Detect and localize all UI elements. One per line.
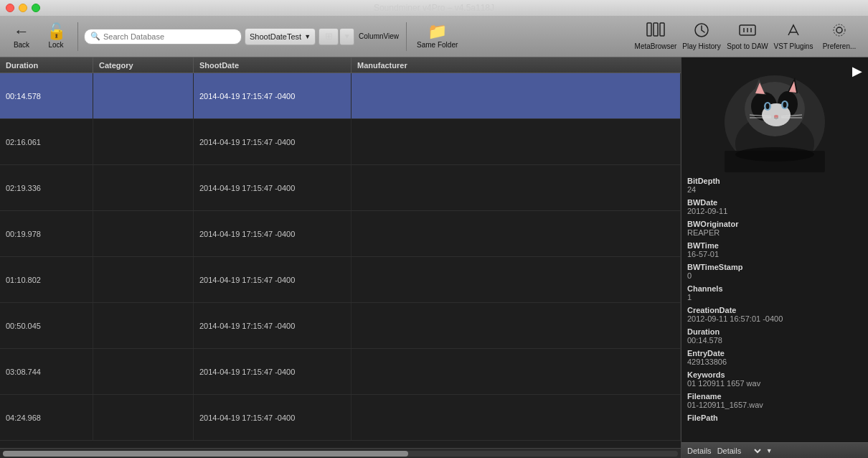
meta-value: 01-120911_1657.wav bbox=[687, 401, 862, 409]
table-cell bbox=[352, 211, 681, 256]
table-cell: 03:08.744 bbox=[0, 349, 93, 394]
table-row[interactable]: 02:16.0612014-04-19 17:15:47 -0400 bbox=[0, 119, 681, 165]
table-area: Duration Category ShootDate Manufacturer… bbox=[0, 57, 681, 458]
playhistory-label: Play History bbox=[682, 42, 720, 50]
spottodaw-icon bbox=[738, 22, 757, 41]
svg-point-9 bbox=[836, 27, 842, 33]
lock-label: Lock bbox=[48, 41, 63, 49]
table-cell bbox=[93, 119, 194, 164]
table-body[interactable]: 00:14.5782014-04-19 17:15:47 -040002:16.… bbox=[0, 73, 681, 448]
details-select[interactable]: Details Summary Full bbox=[714, 446, 763, 456]
meta-key: EntryDate bbox=[687, 349, 862, 357]
search-input-wrap[interactable]: 🔍 bbox=[84, 29, 242, 45]
meta-key: FilePath bbox=[687, 413, 862, 422]
col-header-shootdate[interactable]: ShootDate bbox=[194, 57, 352, 73]
right-panel: ▶ BitDepth24BWDate2012-09-11BWOriginator… bbox=[681, 57, 868, 458]
search-group: 🔍 bbox=[84, 29, 242, 45]
titlebar: Soundminer v4Pro – v4.5a118J bbox=[0, 0, 868, 16]
col-header-manufacturer[interactable]: Manufacturer bbox=[352, 57, 681, 73]
spottodaw-button[interactable]: Spot to DAW bbox=[725, 19, 770, 55]
table-cell: 2014-04-19 17:15:47 -0400 bbox=[194, 257, 352, 302]
metabrowser-button[interactable]: MetaBrowser bbox=[633, 19, 679, 55]
meta-key: BWTimeStamp bbox=[687, 263, 862, 271]
scrollbar-track bbox=[3, 451, 678, 457]
col-header-duration[interactable]: Duration bbox=[0, 57, 93, 73]
table-cell: 04:24.968 bbox=[0, 395, 93, 440]
meta-key: CreationDate bbox=[687, 306, 862, 314]
vstplugins-icon bbox=[784, 22, 803, 41]
app-title: Soundminer v4Pro – v4.5a118J bbox=[374, 3, 494, 13]
meta-key: Channels bbox=[687, 284, 862, 293]
lock-button[interactable]: 🔓 Lock bbox=[40, 19, 72, 55]
meta-item: BitDepth24 bbox=[687, 177, 862, 194]
meta-item: Filename01-120911_1657.wav bbox=[687, 392, 862, 409]
table-cell bbox=[352, 257, 681, 302]
h-scrollbar[interactable] bbox=[0, 448, 681, 458]
scrollbar-thumb[interactable] bbox=[3, 451, 408, 457]
table-row[interactable]: 04:24.9682014-04-19 17:15:47 -0400 bbox=[0, 395, 681, 441]
table-cell: 2014-04-19 17:15:47 -0400 bbox=[194, 165, 352, 210]
meta-value: 00:14.578 bbox=[687, 336, 862, 345]
svg-point-22 bbox=[774, 115, 778, 118]
meta-key: BitDepth bbox=[687, 177, 862, 185]
columnview-icon: ⊞ bbox=[325, 31, 333, 42]
table-cell: 2014-04-19 17:15:47 -0400 bbox=[194, 303, 352, 348]
details-bar: Details Details Summary Full ▼ bbox=[681, 442, 868, 458]
minimize-button[interactable] bbox=[19, 4, 27, 12]
dropdown-arrow-icon: ▼ bbox=[304, 33, 311, 40]
vstplugins-button[interactable]: VST Plugins bbox=[770, 19, 816, 55]
columnview-arrow-button[interactable]: ▼ bbox=[340, 28, 354, 45]
preferences-icon bbox=[830, 22, 849, 41]
search-input[interactable] bbox=[103, 32, 235, 41]
svg-rect-2 bbox=[660, 23, 664, 36]
table-cell bbox=[352, 119, 681, 164]
columnview-button[interactable]: ⊞ bbox=[319, 28, 339, 45]
preferences-button[interactable]: Preferen... bbox=[816, 19, 862, 55]
meta-value: 2012-09-11 bbox=[687, 207, 862, 215]
table-cell: 2014-04-19 17:15:47 -0400 bbox=[194, 119, 352, 164]
table-cell: 00:19.978 bbox=[0, 211, 93, 256]
playhistory-button[interactable]: Play History bbox=[679, 19, 725, 55]
columnview-group: ⊞ ▼ bbox=[319, 28, 354, 45]
spottodaw-label: Spot to DAW bbox=[727, 42, 768, 50]
table-row[interactable]: 00:19.9782014-04-19 17:15:47 -0400 bbox=[0, 211, 681, 257]
table-cell: 2014-04-19 17:15:47 -0400 bbox=[194, 349, 352, 394]
meta-item: CreationDate2012-09-11 16:57:01 -0400 bbox=[687, 306, 862, 323]
table-row[interactable]: 02:19.3362014-04-19 17:15:47 -0400 bbox=[0, 165, 681, 211]
table-row[interactable]: 00:50.0452014-04-19 17:15:47 -0400 bbox=[0, 303, 681, 349]
samefolder-label: Same Folder bbox=[417, 41, 458, 49]
samefolder-button[interactable]: 📁 Same Folder bbox=[412, 19, 462, 55]
back-label: Back bbox=[14, 41, 29, 49]
svg-rect-0 bbox=[647, 23, 651, 36]
svg-point-32 bbox=[735, 147, 814, 162]
table-cell: 02:19.336 bbox=[0, 165, 93, 210]
table-cell: 2014-04-19 17:15:47 -0400 bbox=[194, 211, 352, 256]
metabrowser-icon bbox=[646, 22, 665, 41]
details-label: Details bbox=[687, 447, 712, 455]
close-button[interactable] bbox=[6, 4, 14, 12]
table-row[interactable]: 01:10.8022014-04-19 17:15:47 -0400 bbox=[0, 257, 681, 303]
col-header-category[interactable]: Category bbox=[93, 57, 194, 73]
table-row[interactable]: 03:08.7442014-04-19 17:15:47 -0400 bbox=[0, 349, 681, 395]
table-row[interactable]: 00:14.5782014-04-19 17:15:47 -0400 bbox=[0, 73, 681, 119]
meta-item: FilePath bbox=[687, 413, 862, 422]
table-cell bbox=[93, 303, 194, 348]
back-button[interactable]: ← Back bbox=[6, 19, 37, 55]
table-cell: 01:10.802 bbox=[0, 257, 93, 302]
meta-key: Keywords bbox=[687, 370, 862, 379]
maximize-button[interactable] bbox=[32, 4, 40, 12]
samefolder-icon: 📁 bbox=[428, 24, 447, 39]
table-cell bbox=[352, 165, 681, 210]
meta-item: BWDate2012-09-11 bbox=[687, 198, 862, 215]
meta-value: 0 bbox=[687, 271, 862, 280]
svg-point-21 bbox=[783, 102, 787, 108]
meta-item: Duration00:14.578 bbox=[687, 327, 862, 345]
database-dropdown[interactable]: ShootDateTest ▼ bbox=[245, 28, 316, 45]
preferences-label: Preferen... bbox=[823, 42, 857, 50]
table-header: Duration Category ShootDate Manufacturer bbox=[0, 57, 681, 73]
vstplugins-label: VST Plugins bbox=[774, 42, 813, 50]
meta-item: Channels1 bbox=[687, 284, 862, 302]
details-arrow-icon: ▼ bbox=[766, 447, 773, 454]
table-cell: 2014-04-19 17:15:47 -0400 bbox=[194, 395, 352, 440]
meta-key: BWOriginator bbox=[687, 220, 862, 228]
